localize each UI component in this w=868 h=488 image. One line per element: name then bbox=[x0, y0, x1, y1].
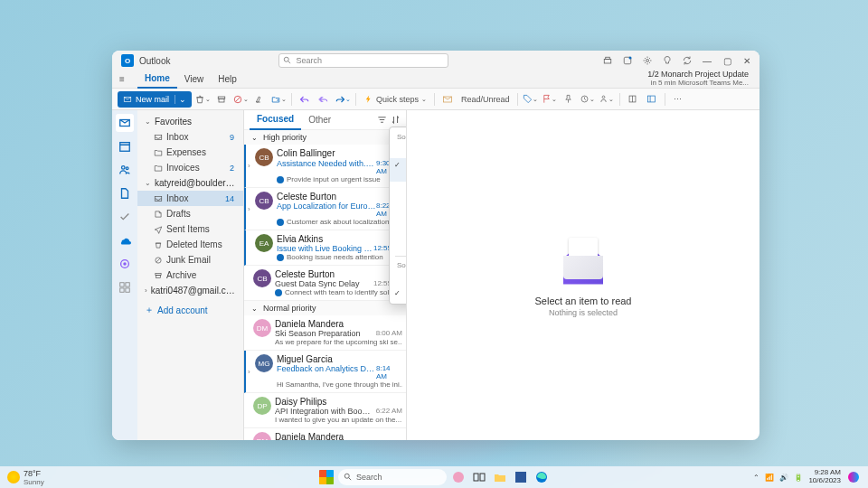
sort-order-newest-on-top[interactable]: ✓Newest on top bbox=[390, 286, 407, 301]
outlook-app-icon: O bbox=[121, 54, 134, 67]
message-item[interactable]: EA Elvia Atkins Issue with Live Booking … bbox=[244, 230, 406, 266]
message-item[interactable]: DP Daisy Philips API Integration with Bo… bbox=[244, 393, 406, 428]
folder-button[interactable] bbox=[439, 91, 456, 108]
taskbar-word[interactable] bbox=[512, 468, 530, 486]
taskbar-taskview[interactable] bbox=[470, 468, 488, 486]
sort-option-priority-by-copilot[interactable]: ✓Priority by Copilot bbox=[390, 158, 407, 182]
addin-button[interactable] bbox=[625, 91, 641, 108]
upcoming-meeting[interactable]: 1/2 Monarch Project Update in 5 min Micr… bbox=[647, 70, 752, 88]
group-header[interactable]: ⌄High priority bbox=[244, 130, 406, 145]
taskbar-clock[interactable]: 9:28 AM 10/6/2023 bbox=[808, 469, 841, 485]
new-mail-button[interactable]: New mail ⌄ bbox=[118, 91, 192, 108]
sort-option-from[interactable]: From bbox=[390, 182, 407, 196]
message-item[interactable]: › CB Colin Ballinger@ Assistance Needed … bbox=[244, 145, 406, 188]
reply-button[interactable] bbox=[297, 91, 313, 108]
nav-item-deleted-items[interactable]: Deleted Items bbox=[137, 237, 243, 252]
quick-steps-button[interactable]: Quick steps ⌄ bbox=[361, 94, 429, 104]
sweep-button[interactable] bbox=[251, 91, 268, 108]
nav-item-inbox[interactable]: Inbox14 bbox=[137, 191, 243, 206]
tab-focused[interactable]: Focused bbox=[250, 110, 301, 130]
lightbulb-icon[interactable] bbox=[658, 52, 676, 70]
rail-todo-icon[interactable] bbox=[116, 208, 134, 226]
print-icon[interactable] bbox=[599, 52, 617, 70]
message-item[interactable]: › MG Miguel Garcia Feedback on Analytics… bbox=[244, 351, 406, 393]
sort-order-oldest-on-top[interactable]: Oldest on top bbox=[390, 272, 407, 286]
taskbar-search[interactable]: Search bbox=[338, 469, 447, 485]
minimize-button[interactable]: — bbox=[698, 52, 716, 70]
close-button[interactable]: ✕ bbox=[738, 52, 756, 70]
archive-button[interactable] bbox=[213, 91, 230, 108]
expand-chevron[interactable]: › bbox=[248, 354, 255, 389]
forward-button[interactable]: ⌄ bbox=[335, 91, 351, 108]
filter-icon[interactable] bbox=[377, 115, 387, 125]
message-item[interactable]: DM Daniela Mandera Ski Season Preparatio… bbox=[244, 315, 406, 351]
nav-item-drafts[interactable]: Drafts bbox=[137, 206, 243, 221]
priority-dot-icon bbox=[275, 289, 282, 296]
add-account-button[interactable]: ＋Add account bbox=[137, 298, 243, 322]
start-button[interactable] bbox=[317, 468, 335, 486]
tab-home[interactable]: Home bbox=[137, 70, 177, 89]
tab-help[interactable]: Help bbox=[211, 70, 244, 89]
sort-icon[interactable] bbox=[391, 115, 401, 125]
nav-item-archive[interactable]: Archive bbox=[137, 267, 243, 283]
tray-chevron-icon[interactable]: ⌃ bbox=[753, 474, 760, 482]
move-button[interactable]: ⌄ bbox=[270, 91, 287, 108]
sort-option-subject[interactable]: Subject bbox=[390, 239, 407, 254]
nav-favorites-header[interactable]: ⌄Favorites bbox=[137, 114, 243, 129]
sync-icon[interactable] bbox=[678, 52, 696, 70]
nav-account-1[interactable]: ›katri0487@gmail.com bbox=[137, 283, 243, 298]
group-header[interactable]: ⌄Normal priority bbox=[244, 301, 406, 315]
nav-item-inbox[interactable]: Inbox9 bbox=[137, 129, 243, 145]
sort-option-category[interactable]: Category bbox=[390, 196, 407, 211]
nav-item-junk-email[interactable]: Junk Email bbox=[137, 252, 243, 267]
maximize-button[interactable]: ▢ bbox=[718, 52, 736, 70]
tray-battery-icon[interactable]: 🔋 bbox=[794, 474, 803, 482]
message-item[interactable]: CB Celeste Burton Guest Data Sync Delay1… bbox=[244, 266, 406, 301]
tray-volume-icon[interactable]: 🔊 bbox=[779, 474, 788, 482]
tag-button[interactable]: ⌄ bbox=[523, 91, 539, 108]
tray-wifi-icon[interactable]: 📶 bbox=[765, 474, 774, 482]
sort-option-date[interactable]: Date bbox=[390, 144, 407, 158]
taskbar-explorer[interactable] bbox=[491, 468, 509, 486]
expand-chevron[interactable]: › bbox=[248, 192, 255, 226]
pin-button[interactable] bbox=[561, 91, 577, 108]
rail-apps-icon[interactable] bbox=[116, 278, 134, 296]
taskbar-copilot[interactable] bbox=[449, 468, 467, 486]
person-button[interactable]: ⌄ bbox=[599, 91, 615, 108]
chevron-down-icon[interactable]: ⌄ bbox=[175, 95, 186, 104]
rail-people-icon[interactable] bbox=[116, 161, 134, 179]
rail-copilot-icon[interactable] bbox=[116, 255, 134, 273]
nav-item-sent-items[interactable]: Sent Items bbox=[137, 221, 243, 237]
nav-item-invoices[interactable]: Invoices2 bbox=[137, 160, 243, 175]
sort-option-size[interactable]: Size bbox=[390, 211, 407, 225]
rail-mail-icon[interactable] bbox=[116, 114, 134, 132]
read-unread-button[interactable]: Read/Unread bbox=[458, 95, 513, 104]
expand-chevron[interactable]: › bbox=[248, 148, 255, 183]
nav-item-expenses[interactable]: Expenses bbox=[137, 145, 243, 160]
tab-other[interactable]: Other bbox=[301, 110, 338, 130]
hamburger-icon[interactable]: ≡ bbox=[119, 74, 137, 84]
rail-files-icon[interactable] bbox=[116, 184, 134, 202]
message-item[interactable]: › CB Celeste Burton App Localization for… bbox=[244, 188, 406, 230]
rail-calendar-icon[interactable] bbox=[116, 137, 134, 155]
message-item[interactable]: DM Daniela Mandera Open enrollment for h… bbox=[244, 428, 406, 440]
search-input[interactable]: Search bbox=[278, 53, 448, 68]
taskbar-edge[interactable] bbox=[533, 468, 551, 486]
nav-account-0[interactable]: ⌄katyreid@boulderinnova... bbox=[137, 175, 243, 191]
flag-button[interactable]: ⌄ bbox=[542, 91, 558, 108]
snooze-button[interactable]: ⌄ bbox=[580, 91, 596, 108]
tray-copilot-icon[interactable] bbox=[846, 470, 861, 484]
delete-button[interactable]: ⌄ bbox=[194, 91, 211, 108]
notification-icon[interactable] bbox=[618, 52, 637, 70]
rail-onedrive-icon[interactable] bbox=[116, 231, 134, 249]
taskbar-weather[interactable]: 78°F Sunny bbox=[7, 469, 44, 486]
immersive-button[interactable] bbox=[644, 91, 660, 108]
tab-view[interactable]: View bbox=[177, 70, 212, 89]
more-button[interactable]: ⋯ bbox=[670, 91, 686, 108]
svg-rect-40 bbox=[480, 474, 485, 481]
report-button[interactable]: ⌄ bbox=[232, 91, 249, 108]
settings-icon[interactable] bbox=[638, 52, 656, 70]
sort-option-importance[interactable]: Importance bbox=[390, 225, 407, 239]
system-tray[interactable]: ⌃ 📶 🔊 🔋 9:28 AM 10/6/2023 bbox=[753, 469, 861, 485]
reply-all-button[interactable] bbox=[316, 91, 332, 108]
